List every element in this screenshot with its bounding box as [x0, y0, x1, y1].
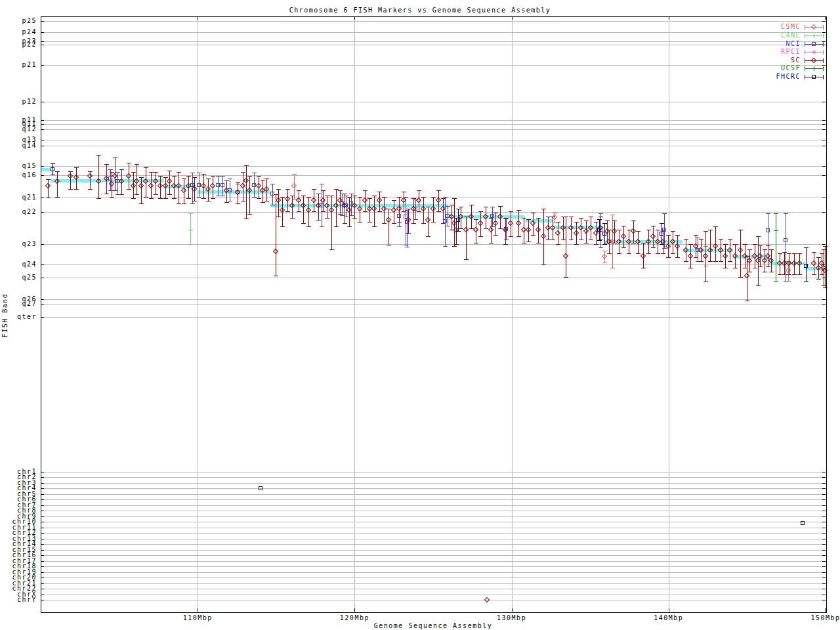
- ytick-right-chr4: [822, 488, 826, 489]
- ytick-right-chr5: [822, 494, 826, 495]
- legend-sample-cap: [805, 58, 805, 63]
- legend-sample-cap: [805, 25, 805, 30]
- xtick-top-130: [512, 16, 513, 20]
- ytick-left-q15: [41, 166, 44, 167]
- ytick-label-q14: q14: [0, 142, 37, 149]
- legend-sample-cap: [805, 33, 805, 38]
- ytick-label-q12: q12: [0, 125, 37, 133]
- legend-label-FHCRC: FHCRC: [715, 73, 801, 80]
- ytick-right-q24: [822, 264, 826, 265]
- ytick-left-chr9: [41, 516, 44, 517]
- ytick-right-chr11: [822, 528, 826, 528]
- ytick-left-chr14: [41, 544, 44, 545]
- xtick-top-110: [198, 16, 198, 20]
- ytick-left-qter: [41, 317, 44, 318]
- ytick-label-p25: p25: [0, 17, 37, 24]
- ytick-right-q11: [822, 124, 826, 125]
- ytick-label-q23: q23: [0, 240, 37, 247]
- ytick-left-q26: [41, 299, 44, 300]
- ytick-left-chrY: [41, 600, 44, 600]
- marker-square: [812, 75, 816, 79]
- ytick-label-q25: q25: [0, 274, 37, 281]
- ytick-left-chr13: [41, 539, 44, 539]
- legend-sample-cap: [823, 66, 824, 71]
- xtick-top-140: [669, 16, 669, 20]
- xtick-top-120: [354, 16, 355, 20]
- chart-title: Chromosome 6 FISH Markers vs Genome Sequ…: [0, 7, 840, 14]
- ytick-right-q25: [822, 278, 826, 278]
- ytick-right-q12: [822, 129, 826, 130]
- ytick-right-q21: [822, 198, 826, 198]
- ytick-right-chr19: [822, 572, 826, 573]
- legend-sample-cap: [823, 42, 824, 47]
- ytick-right-chr8: [822, 511, 826, 511]
- legend-label-CSMC: CSMC: [715, 23, 801, 30]
- ytick-right-chr17: [822, 561, 826, 562]
- ytick-label-p22: p22: [0, 41, 37, 48]
- xtick-label-140: 140Mbp: [642, 614, 695, 621]
- ytick-left-chr4: [41, 488, 44, 489]
- legend-sample-cap: [805, 66, 805, 71]
- plot-border: [41, 16, 827, 613]
- ytick-left-q16: [41, 175, 44, 176]
- ytick-left-chr5: [41, 494, 44, 495]
- ytick-right-q16: [822, 175, 826, 176]
- xtick-bottom-140: [669, 608, 669, 612]
- ytick-right-chr21: [822, 583, 826, 584]
- ytick-left-chr1: [41, 472, 44, 472]
- ytick-left-p23: [41, 41, 44, 42]
- ytick-left-chr17: [41, 561, 44, 562]
- ytick-label-q24: q24: [0, 261, 37, 268]
- ytick-label-q27: q27: [0, 300, 37, 307]
- ytick-left-q11: [41, 124, 44, 125]
- ytick-label-q16: q16: [0, 171, 37, 178]
- ytick-label-q15: q15: [0, 162, 37, 169]
- ytick-right-q23: [822, 244, 826, 245]
- ytick-left-q13: [41, 140, 44, 140]
- xtick-bottom-150: [825, 608, 826, 612]
- ytick-left-p21: [41, 65, 44, 66]
- legend-label-UCSF: UCSF: [715, 64, 801, 72]
- marker-plus: [814, 66, 814, 71]
- ytick-left-p25: [41, 21, 44, 22]
- ytick-left-chr12: [41, 533, 44, 534]
- ytick-left-chrX: [41, 595, 44, 595]
- ytick-right-p11: [822, 120, 826, 121]
- ytick-right-chrY: [822, 600, 826, 600]
- ytick-left-q25: [41, 278, 44, 278]
- ytick-right-chr20: [822, 578, 826, 578]
- ytick-left-chr8: [41, 511, 44, 511]
- ytick-right-chr16: [822, 555, 826, 556]
- xtick-label-120: 120Mbp: [328, 614, 381, 621]
- ytick-left-chr21: [41, 583, 44, 584]
- ytick-left-q27: [41, 304, 44, 304]
- ytick-right-chr3: [822, 483, 826, 484]
- ytick-left-q24: [41, 264, 44, 265]
- legend-label-RPCI: RPCI: [715, 48, 801, 55]
- ytick-left-chr18: [41, 566, 44, 567]
- ytick-left-q23: [41, 244, 44, 245]
- legend-sample-cap: [805, 75, 805, 79]
- ytick-label-p12: p12: [0, 98, 37, 105]
- ytick-left-chr11: [41, 528, 44, 528]
- ytick-right-q15: [822, 166, 826, 167]
- ytick-left-q21: [41, 198, 44, 198]
- ytick-label-qter: qter: [0, 313, 37, 320]
- legend-label-NCI: NCI: [715, 40, 801, 47]
- ytick-left-chr16: [41, 555, 44, 556]
- legend-sample-cap: [823, 25, 824, 30]
- ytick-left-chr15: [41, 550, 44, 551]
- ytick-right-chr6: [822, 499, 826, 500]
- ytick-right-chrX: [822, 595, 826, 595]
- legend-sample-cap: [823, 75, 824, 79]
- ytick-left-chr2: [41, 477, 44, 478]
- ytick-left-chr19: [41, 572, 44, 573]
- ytick-right-p24: [822, 32, 826, 33]
- ytick-right-chr13: [822, 539, 826, 539]
- ytick-label-chrY: chrY: [0, 596, 37, 603]
- ytick-right-chr1: [822, 472, 826, 472]
- ytick-right-q26: [822, 299, 826, 300]
- legend-label-LANL: LANL: [715, 32, 801, 39]
- ytick-right-chr10: [822, 522, 826, 522]
- xtick-label-110: 110Mbp: [171, 614, 224, 621]
